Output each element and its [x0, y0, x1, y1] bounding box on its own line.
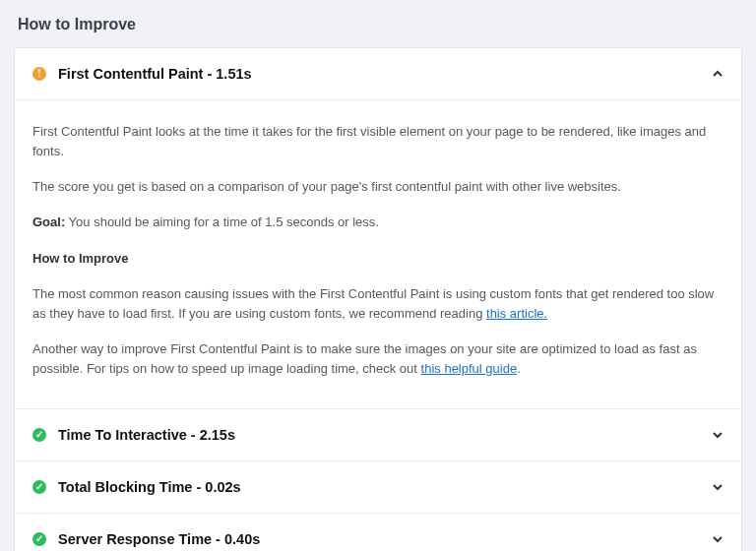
accordion-header-tbt[interactable]: ✓ Total Blocking Time - 0.02s: [15, 461, 741, 513]
accordion-item-tbt: ✓ Total Blocking Time - 0.02s: [15, 460, 741, 513]
checkmark-icon: ✓: [32, 532, 46, 546]
page-title: How to Improve: [18, 16, 742, 33]
body-text: First Contentful Paint looks at the time…: [32, 122, 724, 161]
accordion-body-fcp: First Contentful Paint looks at the time…: [15, 99, 741, 408]
text-fragment: .: [517, 361, 521, 376]
improvement-accordion: ! First Contentful Paint - 1.51s First C…: [14, 47, 742, 551]
text-fragment: Another way to improve First Contentful …: [32, 341, 697, 376]
accordion-item-fcp: ! First Contentful Paint - 1.51s First C…: [15, 48, 741, 408]
accordion-item-srt: ✓ Server Response Time - 0.40s: [15, 513, 741, 551]
guide-link[interactable]: this helpful guide: [421, 361, 518, 376]
article-link[interactable]: this article.: [486, 306, 547, 321]
accordion-header-srt[interactable]: ✓ Server Response Time - 0.40s: [15, 514, 741, 551]
text-fragment: The most common reason causing issues wi…: [32, 286, 714, 321]
accordion-item-tti: ✓ Time To Interactive - 2.15s: [15, 408, 741, 460]
chevron-down-icon: [712, 429, 724, 441]
chevron-down-icon: [712, 533, 724, 545]
goal-value: You should be aiming for a time of 1.5 s…: [65, 214, 379, 229]
accordion-title: Server Response Time - 0.40s: [58, 531, 712, 547]
goal-label: Goal:: [32, 214, 65, 229]
accordion-title: Time To Interactive - 2.15s: [58, 427, 712, 443]
accordion-header-fcp[interactable]: ! First Contentful Paint - 1.51s: [15, 48, 741, 99]
accordion-title: First Contentful Paint - 1.51s: [58, 66, 712, 82]
body-text: The most common reason causing issues wi…: [32, 284, 724, 324]
body-text: Another way to improve First Contentful …: [32, 339, 724, 379]
accordion-title: Total Blocking Time - 0.02s: [58, 479, 712, 495]
accordion-header-tti[interactable]: ✓ Time To Interactive - 2.15s: [15, 409, 741, 460]
checkmark-icon: ✓: [32, 428, 46, 442]
chevron-up-icon: [712, 68, 724, 80]
chevron-down-icon: [712, 481, 724, 493]
checkmark-icon: ✓: [32, 480, 46, 494]
goal-text: Goal: You should be aiming for a time of…: [32, 213, 724, 232]
body-text: The score you get is based on a comparis…: [32, 177, 724, 197]
sub-heading: How to Improve: [32, 249, 724, 269]
warning-icon: !: [32, 67, 46, 81]
